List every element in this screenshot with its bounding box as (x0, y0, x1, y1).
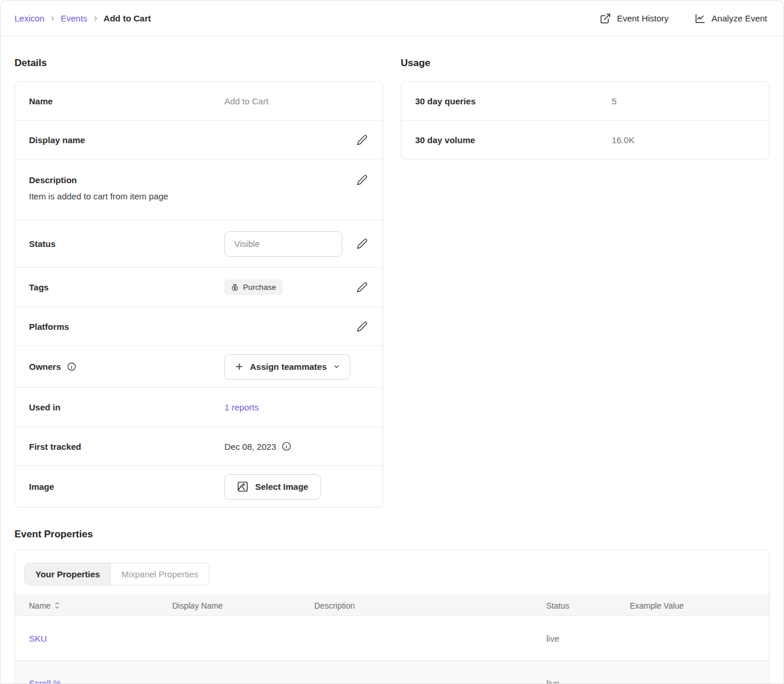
queries-value: 5 (612, 96, 616, 106)
image-icon (237, 481, 249, 493)
volume-value: 16.0K (612, 135, 634, 145)
money-bag-icon (231, 283, 239, 292)
column-example-value: Example Value (630, 601, 769, 610)
plus-icon (234, 362, 244, 372)
display-name-label: Display name (29, 135, 224, 145)
edit-display-name-button[interactable] (355, 133, 369, 147)
details-card: Name Add to Cart Display name (14, 81, 383, 508)
column-description: Description (314, 601, 546, 610)
description-label: Description (29, 175, 355, 185)
tag-chip-label: Purchase (243, 283, 276, 292)
usage-card: 30 day queries 5 30 day volume 16.0K (401, 81, 770, 159)
tab-mixpanel-properties[interactable]: Mixpanel Properties (110, 563, 209, 585)
external-link-icon (600, 13, 611, 24)
used-in-reports-link[interactable]: 1 reports (224, 402, 259, 412)
image-label: Image (29, 482, 224, 492)
line-chart-icon (694, 13, 706, 24)
pencil-icon (357, 282, 368, 293)
sort-icon[interactable] (54, 602, 60, 609)
status-label: Status (29, 239, 224, 249)
event-history-label: Event History (617, 13, 669, 23)
assign-teammates-button[interactable]: Assign teammates (224, 354, 350, 380)
select-image-label: Select Image (255, 482, 308, 492)
detail-row-description: Description Item is added to cart from i… (15, 159, 383, 220)
analyze-event-label: Analyze Event (712, 13, 767, 23)
cell-status: live (546, 678, 630, 684)
platforms-label: Platforms (29, 322, 224, 332)
column-status: Status (546, 601, 630, 610)
event-properties-card: Your Properties Mixpanel Properties Name… (14, 550, 770, 684)
column-display-name: Display Name (172, 601, 314, 610)
description-value: Item is added to cart from item page (29, 191, 369, 201)
detail-row-platforms: Platforms (15, 307, 383, 345)
table-row[interactable]: SKU live (15, 616, 769, 661)
tab-your-properties[interactable]: Your Properties (25, 563, 110, 585)
properties-table: Name Display Name Description Status Exa… (15, 595, 769, 684)
details-title: Details (14, 57, 383, 69)
table-row[interactable]: Scroll % live (15, 661, 769, 684)
usage-row-volume: 30 day volume 16.0K (401, 120, 769, 159)
pencil-icon (357, 321, 368, 332)
property-link-scroll[interactable]: Scroll % (15, 678, 172, 684)
first-tracked-label: First tracked (29, 442, 224, 452)
topbar-actions: Event History Analyze Event (600, 13, 767, 24)
queries-label: 30 day queries (415, 96, 612, 106)
info-icon[interactable] (67, 362, 77, 372)
breadcrumb: Lexicon Events Add to Cart (14, 13, 151, 23)
topbar: Lexicon Events Add to Cart Event History (1, 1, 783, 37)
pencil-icon (357, 134, 368, 145)
volume-label: 30 day volume (415, 135, 612, 145)
main-content: Details Name Add to Cart Display name (1, 37, 783, 684)
edit-description-button[interactable] (355, 173, 369, 187)
pencil-icon (357, 174, 368, 185)
info-icon[interactable] (281, 441, 292, 452)
status-input[interactable] (224, 231, 342, 257)
breadcrumb-lexicon[interactable]: Lexicon (14, 13, 45, 23)
event-history-button[interactable]: Event History (600, 13, 669, 24)
detail-row-display-name: Display name (15, 120, 383, 159)
usage-title: Usage (401, 57, 770, 69)
assign-teammates-label: Assign teammates (250, 362, 327, 372)
detail-row-status: Status (15, 220, 383, 267)
property-link-sku[interactable]: SKU (15, 634, 172, 643)
analyze-event-button[interactable]: Analyze Event (694, 13, 767, 24)
owners-label: Owners (29, 362, 61, 372)
chevron-right-icon (49, 15, 56, 22)
properties-tab-group: Your Properties Mixpanel Properties (24, 563, 209, 585)
name-value: Add to Cart (224, 96, 268, 106)
cell-status: live (546, 634, 630, 643)
breadcrumb-events[interactable]: Events (61, 13, 88, 23)
select-image-button[interactable]: Select Image (224, 474, 321, 500)
edit-status-button[interactable] (355, 237, 369, 250)
edit-platforms-button[interactable] (355, 320, 369, 333)
pencil-icon (357, 238, 368, 249)
detail-row-first-tracked: First tracked Dec 08, 2023 (15, 427, 383, 465)
edit-tags-button[interactable] (355, 281, 369, 294)
detail-row-name: Name Add to Cart (15, 82, 383, 120)
event-properties-section: Event Properties Your Properties Mixpane… (14, 529, 770, 684)
tags-label: Tags (29, 282, 224, 292)
chevron-right-icon (92, 15, 99, 22)
usage-row-queries: 30 day queries 5 (401, 82, 769, 120)
details-section: Details Name Add to Cart Display name (14, 37, 383, 508)
detail-row-image: Image Select Image (15, 465, 383, 507)
first-tracked-value: Dec 08, 2023 (224, 442, 276, 452)
detail-row-owners: Owners Assign teammates (15, 345, 383, 387)
detail-row-used-in: Used in 1 reports (15, 387, 383, 427)
tag-chip-purchase[interactable]: Purchase (224, 279, 282, 295)
name-label: Name (29, 96, 224, 106)
column-name[interactable]: Name (29, 601, 50, 610)
used-in-label: Used in (29, 402, 224, 412)
detail-row-tags: Tags Purchase (15, 267, 383, 307)
breadcrumb-current: Add to Cart (104, 13, 151, 23)
app-window: Lexicon Events Add to Cart Event History (0, 0, 784, 684)
chevron-down-icon (333, 363, 340, 370)
properties-table-header: Name Display Name Description Status Exa… (15, 595, 769, 616)
usage-section: Usage 30 day queries 5 30 day volume 16.… (401, 37, 770, 159)
event-properties-title: Event Properties (14, 529, 770, 540)
